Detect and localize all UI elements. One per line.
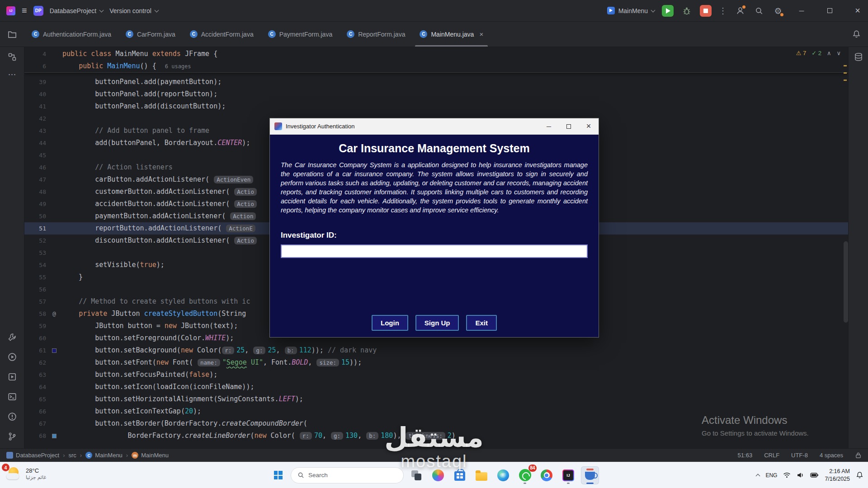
run-configuration-selector[interactable]: MainMenu — [607, 7, 655, 14]
prev-problem-icon[interactable]: ∧ — [827, 50, 831, 56]
more-actions-icon[interactable]: ⋮ — [719, 6, 727, 16]
warning-icon: ⚠ — [796, 50, 802, 56]
gutter — [46, 161, 62, 174]
sign-up-button[interactable]: Sign Up — [415, 315, 459, 331]
vcs-widget[interactable]: Version control — [109, 7, 158, 14]
java-app-button[interactable] — [581, 466, 599, 484]
lock-icon[interactable] — [855, 452, 862, 459]
tab-label: PaymentForm.java — [279, 31, 332, 38]
git-toolwindow-button[interactable] — [8, 432, 17, 441]
dialog-minimize-button[interactable]: ─ — [539, 118, 559, 134]
run-toolwindow-button[interactable] — [8, 352, 17, 361]
code-line-4[interactable]: 4public class MainMenu extends JFrame { — [24, 48, 848, 60]
services-toolwindow-button[interactable] — [8, 372, 17, 381]
code-line-61[interactable]: 61 button.setBackground(new Color(r:25, … — [24, 344, 848, 357]
code-line-63[interactable]: 63 button.setFocusPainted(false); — [24, 369, 848, 381]
notification-center-button[interactable] — [856, 471, 863, 479]
notifications-button[interactable] — [852, 22, 868, 47]
explorer-folder-icon — [476, 472, 487, 481]
tab-MainMenu.java[interactable]: CMainMenu.java× — [412, 22, 491, 47]
inspections-widget[interactable]: ⚠ 7 ✓ 2 ∧ ∨ — [796, 50, 841, 56]
indent-style[interactable]: 4 spaces — [820, 452, 843, 459]
window-minimize-button[interactable]: ─ — [791, 0, 812, 22]
tab-PaymentForm.java[interactable]: CPaymentForm.java — [261, 22, 340, 47]
main-menu-icon[interactable]: ≡ — [22, 5, 27, 16]
chrome-button[interactable] — [538, 466, 556, 484]
dialog-titlebar[interactable]: Investigator Authentication ─ × — [270, 118, 599, 135]
weather-widget[interactable]: 4 28°C غائم جزئيا — [5, 465, 46, 483]
language-indicator[interactable]: ENG — [765, 472, 777, 479]
dialog-close-button[interactable]: × — [579, 118, 599, 134]
search-everywhere-button[interactable] — [753, 5, 765, 17]
code-line-41[interactable]: 41 buttonPanel.add(discountButton); — [24, 100, 848, 113]
taskbar-search[interactable]: Search — [291, 467, 404, 483]
battery-icon[interactable] — [810, 472, 819, 478]
tab-AuthenticationForm.java[interactable]: CAuthenticationForm.java — [24, 22, 118, 47]
profile-button[interactable] — [734, 5, 746, 17]
code-line-39[interactable]: 39 buttonPanel.add(paymentButton); — [24, 76, 848, 88]
code-line-65[interactable]: 65 button.setHorizontalAlignment(SwingCo… — [24, 393, 848, 405]
database-toolwindow-button[interactable] — [854, 52, 863, 61]
file-explorer-button[interactable] — [472, 466, 491, 484]
window-maximize-button[interactable] — [819, 0, 840, 22]
volume-icon[interactable] — [797, 472, 804, 479]
tab-ReportForm.java[interactable]: CReportForm.java — [340, 22, 412, 47]
gutter — [46, 48, 62, 60]
project-selector[interactable]: DatabaseProject — [50, 7, 104, 14]
tab-close-icon[interactable]: × — [479, 30, 483, 38]
line-number: 54 — [24, 259, 46, 271]
task-view-button[interactable] — [407, 466, 425, 484]
whatsapp-button[interactable]: 84 — [516, 466, 534, 484]
error-stripe-mark[interactable] — [844, 80, 847, 81]
code-line-40[interactable]: 40 buttonPanel.add(reportButton); — [24, 88, 848, 100]
breadcrumb-item-DatabaseProject[interactable]: DatabaseProject — [6, 452, 59, 459]
breadcrumb-item-MainMenu[interactable]: CMainMenu — [85, 452, 123, 459]
build-toolwindow-button[interactable] — [8, 333, 17, 342]
caret-position[interactable]: 51:63 — [738, 452, 753, 459]
login-button[interactable]: Login — [372, 315, 408, 331]
wifi-icon[interactable] — [783, 472, 791, 479]
line-separator[interactable]: CRLF — [764, 452, 779, 459]
breadcrumb-item-MainMenu[interactable]: mMainMenu — [132, 452, 169, 459]
dialog-maximize-button[interactable] — [559, 118, 579, 134]
stop-button[interactable] — [700, 5, 712, 17]
debug-button[interactable] — [681, 5, 693, 17]
weather-desc: غائم جزئيا — [26, 474, 46, 481]
exit-button[interactable]: Exit — [466, 315, 497, 331]
start-button[interactable] — [269, 466, 287, 484]
line-number: 68 — [24, 430, 46, 442]
store-app-button[interactable] — [451, 466, 469, 484]
tray-chevron-up-icon[interactable] — [756, 474, 760, 479]
tab-CarForm.java[interactable]: CCarForm.java — [118, 22, 183, 47]
intellij-button[interactable]: IJ — [559, 466, 577, 484]
breadcrumb-item-src[interactable]: src — [68, 452, 76, 459]
code-line-6[interactable]: 6 public MainMenu() { 6 usages — [24, 60, 848, 72]
structure-toolwindow-button[interactable] — [8, 52, 17, 61]
code-line-64[interactable]: 64 button.setIcon(loadIcon(iconFileName)… — [24, 381, 848, 393]
project-icon — [6, 452, 13, 459]
investigator-id-input[interactable] — [281, 244, 588, 258]
tab-AccidentForm.java[interactable]: CAccidentForm.java — [183, 22, 261, 47]
code-line-62[interactable]: 62 button.setFont(new Font( name:"Segoe … — [24, 357, 848, 369]
window-close-button[interactable]: × — [847, 0, 868, 22]
error-stripe-mark[interactable] — [844, 72, 847, 74]
problems-toolwindow-button[interactable] — [8, 412, 17, 421]
editor-scrollbar[interactable] — [844, 241, 848, 323]
photos-app-button[interactable] — [429, 466, 447, 484]
project-toolwindow-button[interactable] — [0, 22, 24, 47]
project-avatar[interactable]: DP — [33, 6, 43, 16]
edge-browser-button[interactable] — [494, 466, 512, 484]
dialog-description: The Car Insurance Company System is a ap… — [281, 160, 588, 215]
run-button[interactable] — [662, 5, 674, 17]
more-toolwindows-icon[interactable]: ⋯ — [8, 72, 16, 77]
terminal-toolwindow-button[interactable] — [8, 392, 17, 401]
error-stripe-mark[interactable] — [844, 65, 847, 66]
line-number: 43 — [24, 125, 46, 137]
taskbar-clock[interactable]: 2:16 AM 7/16/2025 — [825, 468, 850, 483]
whatsapp-icon — [519, 469, 531, 481]
ide-titlebar: IJ ≡ DP DatabaseProject Version control … — [0, 0, 868, 22]
next-problem-icon[interactable]: ∨ — [836, 50, 841, 56]
settings-button[interactable]: ⚙ — [772, 5, 784, 17]
line-number: 51 — [24, 222, 46, 235]
file-encoding[interactable]: UTF-8 — [791, 452, 808, 459]
